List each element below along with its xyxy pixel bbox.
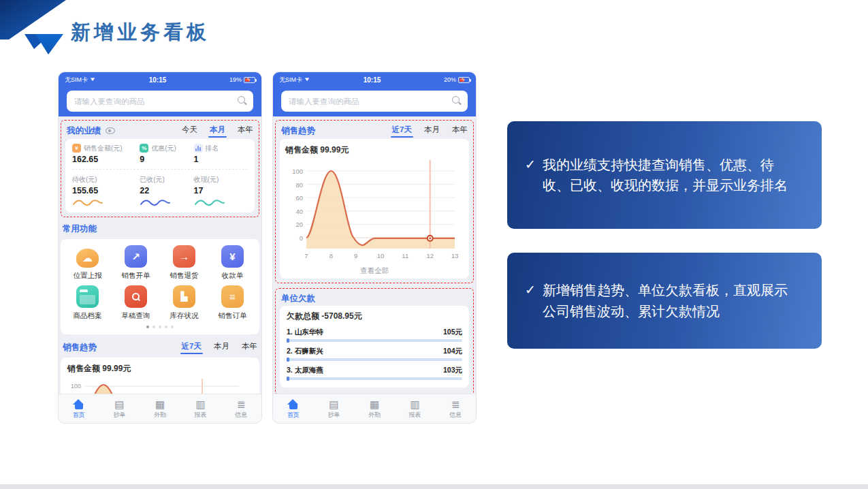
- arrears-row: 3. 太原海燕 103元: [287, 366, 462, 380]
- tab-field-work[interactable]: ▦ 外勤: [140, 394, 180, 424]
- phone-body: 销售趋势 近7天 本月 本年 销售金额 99.99元: [273, 116, 476, 424]
- eye-icon[interactable]: [106, 127, 115, 134]
- function-receipt[interactable]: ¥ 收款单: [208, 245, 257, 281]
- sales-amount-label: 销售金额 99.99元: [285, 144, 464, 156]
- function-sales-order-create[interactable]: ↗ 销售开单: [112, 245, 160, 281]
- status-bar: 无SIM卡 ▼ 10:15 19% ϟ: [59, 72, 261, 87]
- svg-text:8: 8: [329, 252, 333, 259]
- stacked-boxes-icon: ▙: [173, 285, 195, 308]
- search-icon: [452, 96, 462, 106]
- function-sales-return[interactable]: → 销售退货: [160, 245, 208, 281]
- arrears-progress-bar: [287, 377, 462, 380]
- svg-text:11: 11: [402, 252, 408, 259]
- chart-line-icon: ↗: [125, 245, 147, 268]
- status-time: 10:15: [300, 76, 444, 84]
- stat-received: 已收(元) 22: [140, 174, 193, 207]
- stat-discount: %优惠(元) 9: [140, 143, 193, 164]
- phone-screenshot-home: 无SIM卡 ▼ 10:15 19% ϟ 我的业绩 今天: [58, 72, 262, 424]
- corner-decoration: [0, 0, 82, 63]
- rank-icon: [194, 144, 203, 153]
- search-icon: [238, 96, 247, 106]
- tab-reports[interactable]: ▥ 报表: [180, 394, 221, 424]
- tab-today[interactable]: 今天: [182, 125, 197, 137]
- slide: 新增业务看板 无SIM卡 ▼ 10:15 19% ϟ 我的业绩: [0, 0, 868, 489]
- report-icon: ▥: [195, 399, 205, 409]
- function-sales-order-list[interactable]: ≡ 销售订单: [208, 285, 257, 321]
- search-input[interactable]: [67, 91, 253, 112]
- arrears-total-label: 欠款总额 -5708.95元: [287, 311, 462, 322]
- tab-last-7-days[interactable]: 近7天: [182, 341, 202, 353]
- callout-performance: ✓ 我的业绩支持快捷查询销售、优惠、待收、已收、收现的数据，并显示业务排名: [507, 121, 822, 229]
- briefcase-icon: ▦: [155, 399, 165, 409]
- arrears-progress-bar: [287, 358, 462, 361]
- status-time: 10:15: [86, 76, 229, 84]
- battery-percent: 20%: [444, 76, 456, 83]
- svg-text:12: 12: [426, 252, 434, 259]
- tab-this-month[interactable]: 本月: [424, 125, 440, 137]
- section-title-functions: 常用功能: [63, 223, 257, 235]
- sparkline-teal: [194, 198, 225, 207]
- wifi-icon: ▼: [89, 77, 96, 82]
- arrears-amount: 103元: [443, 366, 462, 375]
- arrears-row: 1. 山东华特 105元: [287, 328, 462, 342]
- svg-text:40: 40: [295, 208, 303, 215]
- tab-last-7-days[interactable]: 近7天: [392, 125, 412, 137]
- home-icon: [73, 399, 84, 409]
- svg-text:13: 13: [451, 252, 459, 259]
- arrears-progress-bar: [287, 339, 462, 342]
- tab-copy-orders[interactable]: ▤ 抄单: [314, 394, 355, 424]
- trend-section-header: 销售趋势 近7天 本月 本年: [63, 339, 257, 356]
- function-product-archive[interactable]: 商品档案: [63, 285, 112, 321]
- arrears-amount: 104元: [443, 347, 462, 356]
- function-draft-query[interactable]: 草稿查询: [112, 285, 160, 321]
- tab-copy-orders[interactable]: ▤ 抄单: [99, 394, 140, 424]
- return-arrow-icon: →: [173, 245, 195, 268]
- copy-orders-icon: ▤: [114, 399, 124, 409]
- pagination-dots[interactable]: [63, 326, 257, 328]
- tab-this-year[interactable]: 本年: [238, 125, 253, 137]
- tab-home[interactable]: 首页: [273, 394, 314, 424]
- sales-trend-chart: 0 20 40 60 80 100 7 8 9 10: [285, 159, 464, 262]
- tab-reports[interactable]: ▥ 报表: [395, 394, 436, 424]
- briefcase-icon: ▦: [370, 399, 379, 409]
- tab-field-work[interactable]: ▦ 外勤: [354, 394, 395, 424]
- tab-this-month[interactable]: 本月: [210, 125, 225, 137]
- view-all-link[interactable]: 查看全部: [285, 266, 464, 276]
- svg-text:0: 0: [300, 234, 303, 242]
- search-input[interactable]: [281, 91, 468, 112]
- phone-screenshot-dashboard: 无SIM卡 ▼ 10:15 20% ϟ 销售趋势 近7天 本月: [272, 72, 477, 424]
- stat-to-receive: 待收(元) 155.65: [72, 174, 140, 207]
- tab-this-year[interactable]: 本年: [452, 125, 468, 137]
- arrears-name: 3. 太原海燕: [287, 366, 323, 375]
- status-bar: 无SIM卡 ▼ 10:15 20% ϟ: [273, 72, 476, 87]
- svg-text:9: 9: [354, 252, 357, 259]
- svg-text:60: 60: [295, 194, 303, 202]
- copy-orders-icon: ▤: [329, 399, 338, 409]
- trend-chart-card: 销售金额 99.99元 0 20 40 60 80 100: [280, 139, 469, 279]
- function-inventory-status[interactable]: ▙ 库存状况: [160, 285, 208, 321]
- draft-search-icon: [125, 285, 147, 308]
- folder-icon: [76, 285, 99, 308]
- battery-percent: 19%: [229, 76, 242, 83]
- svg-text:100: 100: [292, 168, 303, 175]
- carrier-label: 无SIM卡: [279, 76, 302, 84]
- check-icon: ✓: [525, 155, 536, 196]
- yuan-receipt-icon: ¥: [221, 245, 244, 268]
- arrears-name: 2. 石狮新兴: [287, 347, 323, 356]
- order-clipboard-icon: ≡: [221, 285, 244, 308]
- home-icon: [287, 399, 299, 409]
- callout-text: 新增销售趋势、单位欠款看板，直观展示公司销售波动、累计欠款情况: [543, 280, 799, 321]
- tab-messages[interactable]: ≣ 信息: [435, 394, 476, 424]
- arrears-row: 2. 石狮新兴 104元: [287, 347, 462, 361]
- tab-this-year[interactable]: 本年: [242, 341, 257, 353]
- tab-messages[interactable]: ≣ 信息: [221, 394, 261, 424]
- section-title-arrears: 单位欠款: [281, 293, 315, 304]
- report-icon: ▥: [410, 399, 419, 409]
- page-title: 新增业务看板: [71, 19, 210, 46]
- bottom-tab-bar: 首页 ▤ 抄单 ▦ 外勤 ▥ 报表 ≣ 信息: [273, 394, 476, 424]
- tab-home[interactable]: 首页: [59, 394, 99, 424]
- check-icon: ✓: [525, 281, 536, 321]
- function-location-report[interactable]: ☁ 位置上报: [63, 245, 112, 281]
- tab-this-month[interactable]: 本月: [214, 341, 229, 353]
- stat-sales-amount: ¥销售金额(元) 162.65: [72, 143, 140, 164]
